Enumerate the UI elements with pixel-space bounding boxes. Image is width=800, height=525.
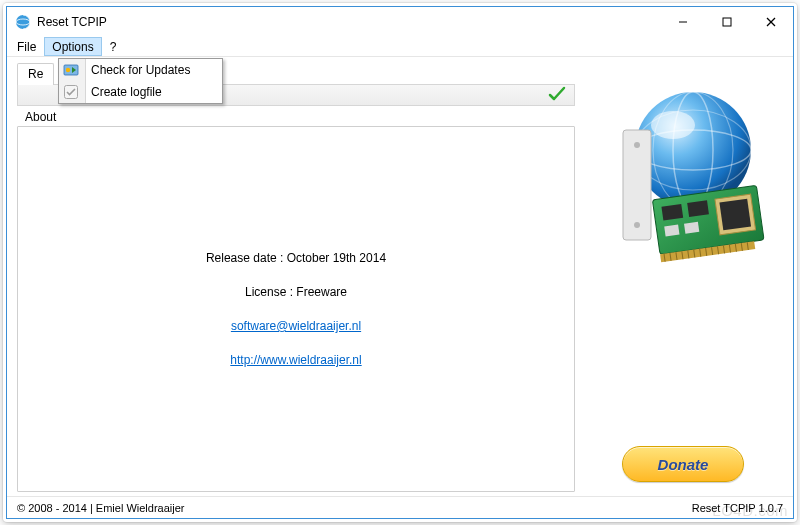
- minimize-button[interactable]: [661, 7, 705, 37]
- dropdown-item-label: Check for Updates: [91, 63, 190, 77]
- email-link[interactable]: software@wieldraaijer.nl: [231, 319, 361, 333]
- menu-file[interactable]: File: [9, 37, 44, 56]
- svg-point-14: [651, 111, 695, 139]
- close-button[interactable]: [749, 7, 793, 37]
- donate-button[interactable]: Donate: [622, 446, 744, 482]
- license-text: License : Freeware: [245, 285, 347, 299]
- watermark: LO4D.com: [712, 502, 788, 519]
- tab-about[interactable]: About: [25, 110, 575, 124]
- dropdown-item-label: Create logfile: [91, 85, 162, 99]
- svg-rect-24: [719, 199, 751, 231]
- svg-point-17: [634, 222, 640, 228]
- window-title: Reset TCPIP: [37, 15, 661, 29]
- svg-point-7: [66, 68, 70, 72]
- status-bar: © 2008 - 2014 | Emiel Wieldraaijer Reset…: [7, 496, 793, 518]
- menu-check-updates[interactable]: Check for Updates: [85, 59, 222, 81]
- svg-rect-21: [664, 225, 679, 237]
- maximize-button[interactable]: [705, 7, 749, 37]
- globe-network-icon: [593, 85, 773, 265]
- release-date-text: Release date : October 19th 2014: [206, 251, 386, 265]
- svg-rect-3: [723, 18, 731, 26]
- copyright-text: © 2008 - 2014 | Emiel Wieldraaijer: [17, 502, 184, 514]
- checkbox-icon: [63, 84, 79, 100]
- svg-rect-20: [687, 200, 709, 217]
- menu-options[interactable]: Options: [44, 37, 101, 56]
- title-bar: Reset TCPIP: [7, 7, 793, 37]
- options-dropdown: Check for Updates Create logfile: [58, 58, 223, 104]
- svg-rect-19: [661, 204, 683, 221]
- website-link[interactable]: http://www.wieldraaijer.nl: [230, 353, 361, 367]
- app-icon: [15, 14, 31, 30]
- menu-help[interactable]: ?: [102, 37, 125, 56]
- checkmark-icon: [548, 85, 566, 106]
- svg-rect-22: [684, 222, 699, 234]
- menu-create-logfile[interactable]: Create logfile: [85, 81, 222, 103]
- svg-point-16: [634, 142, 640, 148]
- menu-bar: File Options ?: [7, 37, 793, 57]
- about-panel: Release date : October 19th 2014 License…: [17, 126, 575, 492]
- tab-hidden[interactable]: Re: [17, 63, 54, 85]
- updates-icon: [63, 62, 79, 78]
- app-window: Reset TCPIP File Options ? Check for Upd…: [6, 6, 794, 519]
